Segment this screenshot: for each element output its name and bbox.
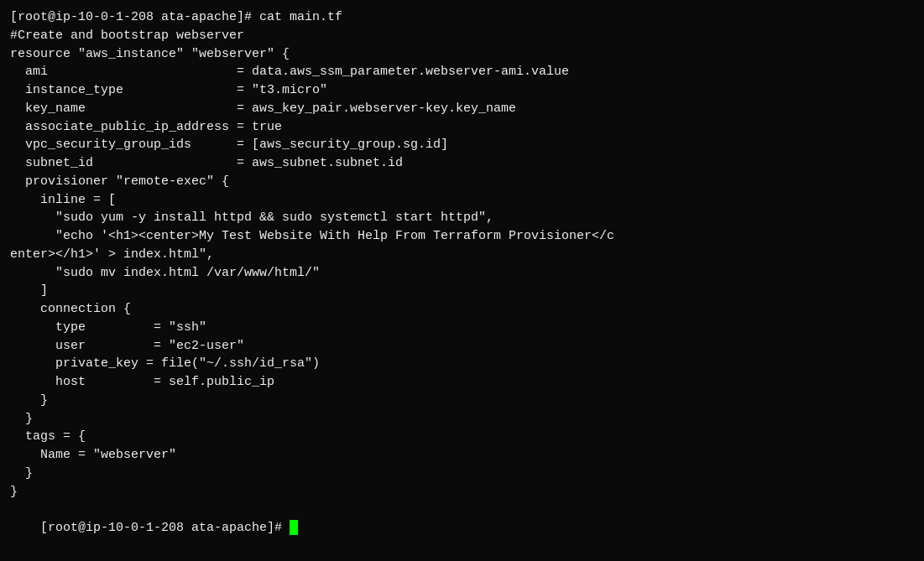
prompt-text: [root@ip-10-0-1-208 ata-apache]# bbox=[40, 521, 290, 535]
terminal-line-12: "sudo yum -y install httpd && sudo syste… bbox=[10, 209, 914, 227]
terminal-line-26: } bbox=[10, 465, 914, 483]
terminal-line-6: key_name = aws_key_pair.webserver-key.ke… bbox=[10, 100, 914, 118]
terminal-line-3: resource "aws_instance" "webserver" { bbox=[10, 45, 914, 64]
terminal-line-13: "echo '<h1><center>My Test Website With … bbox=[10, 227, 914, 246]
terminal-line-7: associate_public_ip_address = true bbox=[10, 118, 914, 137]
terminal-line-5: instance_type = "t3.micro" bbox=[10, 81, 914, 100]
terminal-line-22: } bbox=[10, 392, 914, 410]
terminal-prompt-line[interactable]: [root@ip-10-0-1-208 ata-apache]# bbox=[10, 501, 914, 555]
terminal-cursor bbox=[290, 520, 298, 535]
terminal-line-16: ] bbox=[10, 282, 914, 300]
terminal-line-17: connection { bbox=[10, 300, 914, 319]
terminal-line-25: Name = "webserver" bbox=[10, 446, 914, 465]
terminal-line-24: tags = { bbox=[10, 428, 914, 446]
terminal-line-8: vpc_security_group_ids = [aws_security_g… bbox=[10, 136, 914, 154]
terminal-line-23: } bbox=[10, 410, 914, 429]
terminal-line-9: subnet_id = aws_subnet.subnet.id bbox=[10, 154, 914, 173]
terminal-line-14: enter></h1>' > index.html", bbox=[10, 246, 914, 264]
terminal-window: [root@ip-10-0-1-208 ata-apache]# cat mai… bbox=[0, 0, 924, 561]
terminal-line-20: private_key = file("~/.ssh/id_rsa") bbox=[10, 355, 914, 373]
terminal-line-11: inline = [ bbox=[10, 191, 914, 210]
terminal-line-4: ami = data.aws_ssm_parameter.webserver-a… bbox=[10, 63, 914, 81]
terminal-line-21: host = self.public_ip bbox=[10, 373, 914, 392]
terminal-line-15: "sudo mv index.html /var/www/html/" bbox=[10, 264, 914, 283]
terminal-line-10: provisioner "remote-exec" { bbox=[10, 173, 914, 191]
terminal-line-2: #Create and bootstrap webserver bbox=[10, 27, 914, 45]
terminal-line-18: type = "ssh" bbox=[10, 319, 914, 337]
terminal-line-19: user = "ec2-user" bbox=[10, 337, 914, 356]
terminal-line-27: } bbox=[10, 483, 914, 501]
terminal-line-1: [root@ip-10-0-1-208 ata-apache]# cat mai… bbox=[10, 8, 914, 27]
